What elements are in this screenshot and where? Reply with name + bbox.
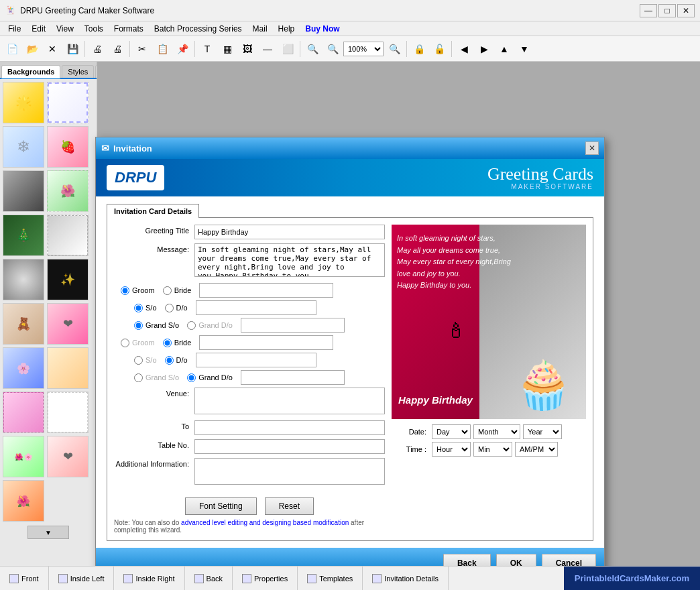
toolbar-save[interactable]: 💾 (63, 40, 82, 58)
hour-select[interactable]: Hour (432, 442, 471, 457)
table-no-input[interactable] (194, 439, 385, 454)
menu-tools[interactable]: Tools (79, 23, 109, 35)
background-thumb-4[interactable]: 🍓 (47, 126, 89, 168)
do-radio-input[interactable] (165, 304, 174, 312)
min-select[interactable]: Min (473, 442, 512, 457)
menu-view[interactable]: View (51, 23, 79, 35)
ok-button[interactable]: OK (496, 554, 536, 566)
reset-button[interactable]: Reset (265, 497, 314, 515)
toolbar-line[interactable]: — (258, 40, 277, 58)
back-button[interactable]: Back (443, 554, 491, 566)
grand-so-radio-input[interactable] (134, 321, 143, 330)
groom-bride-input-2[interactable] (199, 335, 333, 350)
bottom-tab-invitation-details[interactable]: Invitation Details (363, 567, 449, 590)
groom-radio-input-1[interactable] (121, 286, 129, 295)
background-thumb-8[interactable] (47, 215, 89, 256)
greeting-title-input[interactable] (194, 225, 385, 239)
toolbar-print-preview[interactable]: 🖨 (88, 40, 107, 58)
toolbar-down[interactable]: ▼ (515, 40, 534, 58)
background-thumb-16[interactable] (47, 392, 89, 433)
window-close-button[interactable]: ✕ (677, 4, 695, 17)
toolbar-paste[interactable]: 📌 (173, 40, 192, 58)
background-thumb-14[interactable] (47, 347, 89, 389)
month-select[interactable]: Month (473, 424, 520, 439)
venue-textarea[interactable] (194, 388, 385, 414)
do-radio-input-2[interactable] (165, 356, 174, 365)
menu-edit[interactable]: Edit (26, 23, 51, 35)
menu-file[interactable]: File (3, 23, 26, 35)
bottom-tab-back[interactable]: Back (185, 567, 233, 590)
modal-close-button[interactable]: ✕ (585, 141, 599, 155)
groom-bride-input-1[interactable] (199, 283, 333, 298)
tab-styles[interactable]: Styles (62, 65, 94, 78)
toolbar-print[interactable]: 🖨 (108, 40, 127, 58)
background-thumb-11[interactable]: 🧸 (3, 303, 44, 345)
bride-radio-input-1[interactable] (163, 286, 172, 295)
toolbar-text[interactable]: T (198, 40, 217, 58)
background-thumb-19[interactable]: 🌺 (3, 480, 44, 522)
toolbar-barcode[interactable]: ▦ (218, 40, 237, 58)
grand-do-radio-input-2[interactable] (187, 373, 196, 382)
grand-so-do-input[interactable] (241, 318, 345, 333)
background-thumb-2[interactable] (47, 82, 89, 123)
toolbar-zoom-in[interactable]: 🔍 (385, 40, 404, 58)
year-select[interactable]: Year (523, 424, 562, 439)
toolbar-close[interactable]: ✕ (43, 40, 62, 58)
cancel-button[interactable]: Cancel (542, 554, 596, 566)
tab-backgrounds[interactable]: Backgrounds (1, 65, 60, 78)
modal-header[interactable]: ✉ Invitation ✕ (96, 137, 604, 159)
so-do-input-2[interactable] (196, 353, 316, 367)
toolbar-shape[interactable]: ⬜ (278, 40, 297, 58)
menu-formats[interactable]: Formats (109, 23, 149, 35)
to-input[interactable] (194, 420, 385, 435)
toolbar-forward[interactable]: ▶ (475, 40, 493, 58)
bottom-tab-front[interactable]: Front (0, 567, 49, 590)
menu-help[interactable]: Help (273, 23, 300, 35)
font-setting-button[interactable]: Font Setting (185, 497, 257, 515)
groom-radio-input-2[interactable] (121, 339, 129, 347)
toolbar-back[interactable]: ◀ (455, 40, 473, 58)
card-details-tab[interactable]: Invitation Card Details (107, 204, 199, 218)
zoom-select[interactable]: 100% 50% 75% 125% 150% 200% (343, 42, 384, 56)
background-thumb-9[interactable] (3, 259, 44, 300)
toolbar-new[interactable]: 📄 (3, 40, 21, 58)
toolbar-open[interactable]: 📂 (23, 40, 42, 58)
background-thumb-12[interactable]: ❤ (47, 303, 89, 345)
ampm-select[interactable]: AM/PM (515, 442, 558, 457)
background-thumb-7[interactable]: 🎄 (3, 215, 44, 256)
maximize-button[interactable]: □ (658, 4, 676, 17)
background-thumb-1[interactable]: 🌟 (3, 82, 44, 123)
menu-batch-processing[interactable]: Batch Processing Series (149, 23, 247, 35)
toolbar-cut[interactable]: ✂ (133, 40, 152, 58)
grand-so-do-input-2[interactable] (241, 370, 345, 385)
additional-textarea[interactable] (194, 458, 385, 485)
bottom-tab-inside-right[interactable]: Inside Right (114, 567, 184, 590)
bottom-tab-properties[interactable]: Properties (233, 567, 298, 590)
background-thumb-18[interactable]: ❤ (47, 436, 89, 477)
so-do-input[interactable] (196, 300, 316, 315)
background-thumb-10[interactable]: ✨ (47, 259, 89, 300)
toolbar-copy[interactable]: 📋 (153, 40, 172, 58)
scroll-down-button[interactable]: ▼ (27, 526, 69, 539)
bottom-tab-inside-left[interactable]: Inside Left (49, 567, 115, 590)
background-thumb-3[interactable]: ❄ (3, 126, 44, 168)
toolbar-lock[interactable]: 🔒 (410, 40, 428, 58)
toolbar-up[interactable]: ▲ (495, 40, 514, 58)
grand-so-radio-input-2[interactable] (134, 373, 143, 382)
background-thumb-13[interactable]: 🌸 (3, 347, 44, 389)
bottom-tab-templates[interactable]: Templates (298, 567, 363, 590)
toolbar-zoom-out[interactable]: 🔍 (323, 40, 342, 58)
background-thumb-5[interactable] (3, 170, 44, 212)
toolbar-unlock[interactable]: 🔓 (430, 40, 449, 58)
background-thumb-6[interactable]: 🌺 (47, 170, 89, 212)
so-radio-input[interactable] (134, 304, 143, 312)
day-select[interactable]: Day (432, 424, 471, 439)
bride-radio-input-2[interactable] (163, 339, 172, 347)
minimize-button[interactable]: — (640, 4, 657, 17)
menu-buy-now[interactable]: Buy Now (300, 23, 345, 35)
so-radio-input-2[interactable] (134, 356, 143, 365)
grand-do-radio-input[interactable] (187, 321, 196, 330)
background-thumb-17[interactable]: 🌺🌸 (3, 436, 44, 477)
toolbar-image[interactable]: 🖼 (238, 40, 257, 58)
menu-mail[interactable]: Mail (247, 23, 273, 35)
